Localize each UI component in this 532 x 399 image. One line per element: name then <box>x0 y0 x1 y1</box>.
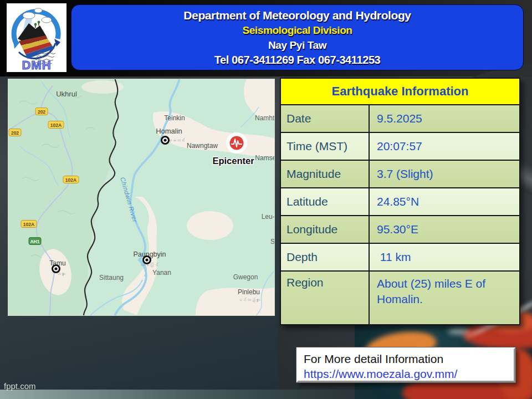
town-marker-icon <box>53 265 60 273</box>
road-badge: 102A <box>63 176 79 183</box>
svg-text:102A: 102A <box>50 122 62 128</box>
header-department-title: Department of Meteorology and Hydrology <box>183 9 411 21</box>
row-label: Date <box>281 105 370 132</box>
town-marker-icon <box>144 257 151 264</box>
svg-text:102A: 102A <box>23 222 34 227</box>
fppt-watermark: fppt.com <box>4 381 36 391</box>
map-label: Pinlebu <box>238 288 260 296</box>
map-label: S <box>270 238 274 245</box>
road-badge: AH1 <box>29 238 41 245</box>
row-label: Longitude <box>281 216 370 243</box>
map-label: ပင်လည်ဘူး <box>238 298 260 303</box>
road-badge: 102A <box>48 121 64 129</box>
epicenter-map[interactable]: 202202102A102A102AAH1 Chindwin River Ukh… <box>8 79 275 316</box>
table-title: Earthquake Information <box>281 79 519 105</box>
map-label: Namhta <box>255 114 274 122</box>
more-info-text: For More detail Information <box>304 351 514 366</box>
earthquake-table: Earthquake Information Date9.5.2025Time … <box>280 78 520 325</box>
logo-dmh-text: DMH <box>22 58 51 72</box>
town-marker-icon <box>162 137 169 144</box>
row-label: Depth <box>281 244 370 270</box>
row-value: 20:07:57 <box>370 133 519 160</box>
svg-text:202: 202 <box>38 109 45 115</box>
row-value: 11 km <box>370 244 519 270</box>
more-info-box: For More detail Information https://www.… <box>296 347 515 382</box>
map-label: Namset <box>255 154 274 162</box>
road-badge: 202 <box>35 108 48 115</box>
map-label: Teinkin <box>164 114 185 122</box>
row-value: 3.7 (Slight) <box>370 161 519 187</box>
map-label: Ukhrul <box>56 90 77 98</box>
eq-table-rows: Date9.5.2025Time (MST)20:07:57Magnitude3… <box>281 105 519 324</box>
svg-text:102A: 102A <box>65 177 76 183</box>
map-label: Yanan <box>152 269 171 277</box>
svg-text:202: 202 <box>11 130 19 136</box>
table-row: Date9.5.2025 <box>281 105 519 133</box>
road-badge: 102A <box>21 221 37 228</box>
map-label: Sittaung <box>99 274 124 282</box>
row-value: 9.5.2025 <box>370 105 519 132</box>
table-row: Depth 11 km <box>281 244 519 272</box>
map-label: Homalin <box>156 127 182 135</box>
row-label: Latitude <box>281 188 370 215</box>
background-bottom-band <box>0 390 382 399</box>
slide: fppt.com <box>0 0 532 399</box>
table-row: Latitude24.85°N <box>281 188 519 216</box>
row-label: Time (MST) <box>281 133 370 160</box>
header-city: Nay Pyi Taw <box>268 40 326 50</box>
row-value: 95.30°E <box>370 216 519 243</box>
road-badge: 202 <box>9 129 21 136</box>
row-value: About (25) miles E of Homalin. <box>370 272 519 324</box>
table-row: RegionAbout (25) miles E of Homalin. <box>281 272 519 324</box>
epicenter-label: Epicenter <box>212 156 254 166</box>
table-row: Time (MST)20:07:57 <box>281 133 519 161</box>
map-label: ဖောင်းပြင် <box>141 263 158 268</box>
row-label: Magnitude <box>281 161 370 187</box>
map-label: Leu-u <box>262 213 274 221</box>
table-row: Longitude95.30°E <box>281 216 519 244</box>
table-row: Magnitude3.7 (Slight) <box>281 161 519 188</box>
map-label: Nawngtaw <box>187 142 218 150</box>
row-value: 24.85°N <box>370 188 519 215</box>
row-label: Region <box>281 272 370 324</box>
svg-text:AH1: AH1 <box>30 239 39 244</box>
header-division: Seismological Division <box>242 25 352 35</box>
dmh-logo-image: DMH <box>7 3 66 72</box>
header-banner: Department of Meteorology and Hydrology … <box>71 4 524 70</box>
more-info-link[interactable]: https://www.moezala.gov.mm/ <box>304 366 514 381</box>
dmh-logo: DMH <box>7 3 66 72</box>
epicenter-marker[interactable] <box>226 132 247 154</box>
header-phone: Tel 067-3411269 Fax 067-3411253 <box>214 54 381 65</box>
map-label: Gwegon <box>233 273 258 281</box>
